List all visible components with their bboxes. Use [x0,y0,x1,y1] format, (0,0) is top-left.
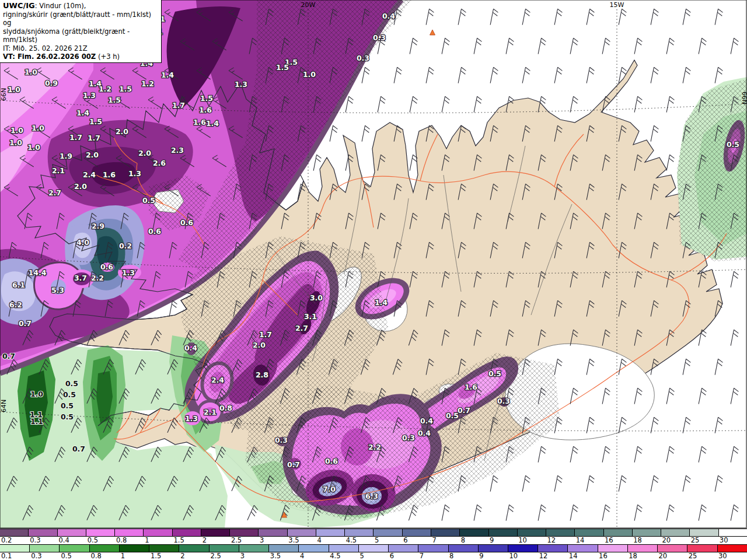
sleet-colorbar-tick-label: 2 [201,537,230,544]
precip-value-label: 1.6 [465,383,477,391]
precip-value-label: 2.7 [295,324,308,332]
sleet-colorbar-tick-label: 9 [488,537,517,544]
rain-colorbar-tick-label: 4.5 [329,552,358,559]
precip-value-label: 0.2 [119,242,132,250]
parallel-label: 66N [0,88,8,101]
precip-value-label: 6.2 [9,300,22,309]
precip-value-label: 0.4 [420,416,433,425]
rain-colorbar-tick-label: 3 [239,552,269,559]
rain-colorbar-segment [268,545,298,552]
precip-value-label: 2.1 [204,408,217,416]
precip-value-label: 0.4 [184,344,197,352]
sleet-colorbar-segment [258,529,287,536]
rain-colorbar-segment [298,545,328,552]
precip-value-label: 2.4 [211,376,224,384]
precip-value-label: 1.6 [103,170,116,179]
sleet-colorbar-tick-label: 1 [144,537,172,544]
precip-value-label: 1.4 [161,71,174,79]
precip-value-label: 1.3 [185,414,198,423]
precip-value-label: 0.8 [219,404,232,412]
precip-value-label: 1.5 [200,94,213,103]
rain-colorbar-segment [567,545,597,552]
sleet-colorbar-tick-label: 4.5 [345,537,374,544]
rain-colorbar-tick-label: 1.5 [149,552,179,559]
precip-value-label: 0.5 [65,379,78,388]
precip-value-label: 0.5 [727,140,739,149]
precip-value-label: 1.0 [9,138,22,147]
rain-colorbar-tick-label: 0.1 [0,552,30,559]
precip-value-label: 2.7 [48,188,61,197]
precip-value-label: 6.3 [365,492,378,501]
rain-colorbar-segment [179,545,208,552]
precip-value-label: 0.3 [357,54,369,62]
sleet-colorbar-segment [201,529,229,536]
sleet-colorbar-segment [402,529,431,536]
precip-value-label: 0.7 [287,460,300,469]
sleet-colorbar-tick-label: 0.4 [57,537,86,544]
rain-colorbar-tick-label: 6 [389,552,418,559]
precip-value-label: 1.4 [76,108,89,117]
map-svg: 1.11.11.20.40.30.31.01.51.51.31.01.41.41… [0,0,747,528]
precip-value-label: 2.4 [83,170,96,179]
rain-colorbar-segment [717,545,747,552]
rain-colorbar-segment [687,545,717,552]
precip-value-label: 1.0 [11,126,23,135]
precip-value-label: 7.0 [323,485,336,494]
rain-colorbar-segment [119,545,149,552]
colorbar-sleet-snow-labels: 0.20.30.40.50.811.522.533.544.5567891012… [0,537,747,544]
colorbar-rain-labels: 0.10.30.50.811.522.533.544.5567891012141… [0,552,747,559]
sleet-colorbar-segment [661,529,689,536]
precip-value-label: 2.0 [138,149,151,158]
meridian-label: 15W [610,1,624,9]
sleet-colorbar-segment [0,529,28,536]
precip-value-label: 1.7 [88,134,100,142]
precip-value-label: 2.0 [74,182,87,191]
rain-colorbar-tick-label: 12 [538,552,568,559]
precip-value-label: 1.4 [206,119,219,128]
rain-colorbar-segment [0,545,29,552]
rain-colorbar-tick-label: 9 [478,552,508,559]
precip-value-label: 1.9 [60,152,72,160]
colorbar-sleet-snow [0,528,747,537]
rain-colorbar-segment [388,545,418,552]
sleet-colorbar-tick-label: 5 [374,537,402,544]
sleet-colorbar-segment [517,529,546,536]
rain-colorbar-tick-label: 18 [627,552,657,559]
precip-value-label: 1.5 [276,63,289,72]
rain-colorbar-tick-label: 5 [358,552,388,559]
precip-value-label: 1.6 [199,106,212,114]
sleet-colorbar-segment [546,529,574,536]
precip-value-label: 1.0 [32,124,44,132]
sleet-colorbar-tick-label: 0.5 [86,537,115,544]
sleet-colorbar-tick-label: 20 [661,537,689,544]
precip-value-label: 0.6 [325,457,338,466]
precip-value-label: 0.9 [45,79,58,88]
precip-value-label: 2.0 [116,127,128,136]
sleet-colorbar-segment [574,529,603,536]
sleet-colorbar-segment [114,529,143,536]
precip-value-label: 0.5 [446,411,459,420]
rain-colorbar-tick-label: 30 [717,552,747,559]
sleet-colorbar-segment [689,529,718,536]
sleet-colorbar-segment [431,529,459,536]
sleet-colorbar-segment [57,529,86,536]
precip-value-label: 0.4 [382,12,395,20]
rain-colorbar-segment [358,545,388,552]
rain-colorbar-tick-label: 8 [448,552,478,559]
sleet-colorbar-tick-label: 30 [718,537,747,544]
precip-value-label: 0.5 [488,369,501,378]
parallel-label: 66N [741,92,747,104]
rain-colorbar-segment [418,545,448,552]
precip-value-label: 2.0 [86,150,99,159]
sleet-colorbar-tick-label: 4 [316,537,345,544]
colorbar-rain [0,544,747,552]
rain-colorbar-tick-label: 16 [598,552,627,559]
rain-colorbar-tick-label: 7 [418,552,448,559]
sleet-colorbar-tick-label: 0.2 [0,537,29,544]
sleet-colorbar-tick-label: 3.5 [287,537,316,544]
rain-colorbar-segment [149,545,179,552]
title-line-3: slydda/snjókoma (grátt/bleikt/grænt - mm… [3,27,158,44]
precip-value-label: 1.2 [141,79,154,88]
precip-value-label: 0.3 [373,33,386,42]
precip-value-label: 0.5 [61,412,74,421]
